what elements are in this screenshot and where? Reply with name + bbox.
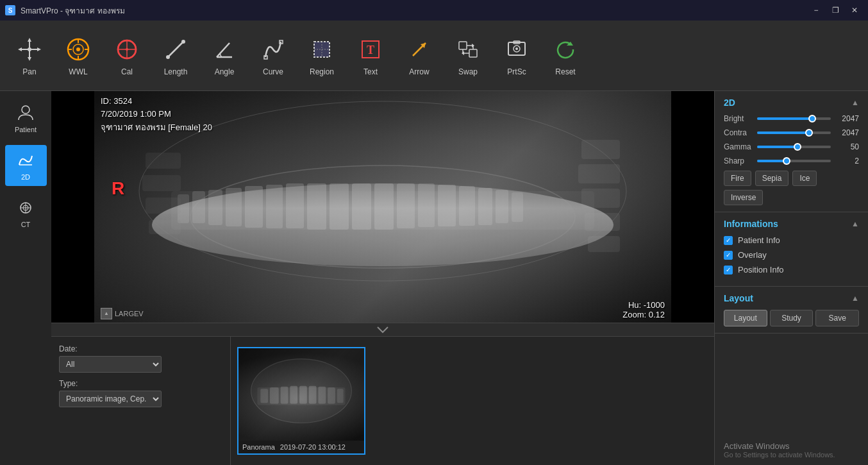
arrow-icon <box>405 35 433 63</box>
position-info-row: ✓ Position Info <box>724 265 859 275</box>
contra-slider[interactable] <box>757 131 831 134</box>
tool-cal-label: Cal <box>121 67 133 76</box>
sepia-button[interactable]: Sepia <box>755 171 789 186</box>
svg-point-6 <box>28 47 31 51</box>
svg-rect-63 <box>418 183 435 227</box>
close-button[interactable]: ✕ <box>846 4 863 17</box>
inverse-button[interactable]: Inverse <box>724 190 763 205</box>
sidebar-item-patient[interactable]: Patient <box>5 97 47 139</box>
tool-angle[interactable]: Angle <box>201 27 247 85</box>
tool-length-label: Length <box>164 67 188 76</box>
svg-rect-61 <box>374 183 394 230</box>
svg-rect-87 <box>318 387 326 404</box>
svg-rect-71 <box>581 189 620 208</box>
hu-info: Hu: -1000 Zoom: 0.12 <box>622 300 665 319</box>
tool-wwl[interactable]: WWL <box>55 27 101 85</box>
svg-rect-84 <box>290 386 297 404</box>
layout-study-button[interactable]: Study <box>770 310 814 326</box>
2d-collapse-btn[interactable]: ▲ <box>851 98 859 107</box>
minimize-button[interactable]: − <box>808 4 824 17</box>
svg-rect-64 <box>438 185 456 226</box>
overlay-row: ✓ Overlay <box>724 250 859 260</box>
svg-rect-82 <box>270 387 279 403</box>
fire-button[interactable]: Fire <box>724 171 751 186</box>
position-info-label: Position Info <box>738 265 784 275</box>
svg-line-23 <box>217 43 230 57</box>
contra-label: Contra <box>724 128 752 137</box>
sidebar-item-ct[interactable]: CT <box>5 192 47 233</box>
tool-curve[interactable]: Curve <box>250 27 296 85</box>
svg-rect-85 <box>299 386 307 404</box>
tool-pan[interactable]: Pan <box>6 27 53 85</box>
overlay-checkmark: ✓ <box>726 252 731 258</box>
type-label: Type: <box>59 379 222 388</box>
position-info-checkmark: ✓ <box>726 267 731 273</box>
contra-value: 2047 <box>836 128 859 137</box>
xray-image: ID: 3524 7/20/2019 1:00 PM จุฑามาศ ทองพร… <box>51 91 714 323</box>
date-label: Date: <box>59 344 222 353</box>
tool-swap-label: Swap <box>458 67 478 76</box>
patient-info-label: Patient Info <box>738 235 780 245</box>
activate-description: Go to Settings to activate Windows. <box>724 451 859 459</box>
layout-collapse-btn[interactable]: ▲ <box>851 294 859 303</box>
tool-length[interactable]: Length <box>153 27 199 85</box>
tool-region[interactable]: Region <box>299 27 345 85</box>
sidebar-item-2d[interactable]: 2D <box>5 145 47 186</box>
tool-prtsc[interactable]: PrtSc <box>494 27 540 85</box>
gamma-slider[interactable] <box>757 146 831 148</box>
region-icon <box>308 35 336 63</box>
divider-bar[interactable] <box>51 323 714 337</box>
right-panel: 2D ▲ Bright 2047 Contra 2047 <box>714 91 868 465</box>
svg-rect-57 <box>286 183 304 228</box>
maximize-button[interactable]: ❐ <box>827 4 844 17</box>
activate-windows: Activate Windows Go to Settings to activ… <box>715 435 868 465</box>
2d-icon <box>15 150 36 171</box>
date-filter-row: Date: All <box>59 344 222 373</box>
sharp-label: Sharp <box>724 156 752 165</box>
position-info-checkbox[interactable]: ✓ <box>724 266 733 275</box>
patient-icon <box>15 103 36 123</box>
angle-icon <box>210 35 238 63</box>
thumbnail-item[interactable]: Panorama 2019-07-20 13:00:12 <box>237 347 365 455</box>
layout-section: Layout ▲ Layout Study Save <box>715 287 868 334</box>
layout-section-header: Layout ▲ <box>724 293 859 303</box>
patient-info-checkbox[interactable]: ✓ <box>724 236 733 245</box>
sharp-slider[interactable] <box>757 160 831 162</box>
ct-icon <box>15 198 36 218</box>
informations-collapse-btn[interactable]: ▲ <box>851 219 859 228</box>
tool-curve-label: Curve <box>263 67 283 76</box>
lateral-marker: R <box>112 178 124 199</box>
thumbnail-date: 2019-07-20 13:00:12 <box>280 443 346 451</box>
svg-rect-89 <box>337 389 344 403</box>
overlay-checkbox[interactable]: ✓ <box>724 251 733 260</box>
pan-icon <box>15 35 44 63</box>
filter-panel: Date: All Type: Panoramic image, Cep... <box>51 337 231 465</box>
type-select[interactable]: Panoramic image, Cep... <box>59 391 162 407</box>
svg-point-21 <box>181 40 185 44</box>
patient-info-checkmark: ✓ <box>726 237 731 244</box>
gamma-label: Gamma <box>724 142 752 151</box>
tool-swap[interactable]: Swap <box>445 27 491 85</box>
left-sidebar: Patient 2D CT <box>0 91 51 465</box>
image-viewer: ID: 3524 7/20/2019 1:00 PM จุฑามาศ ทองพร… <box>51 91 714 323</box>
text-icon: T <box>356 35 385 63</box>
tool-text[interactable]: T Text <box>347 27 394 85</box>
sharp-value: 2 <box>836 156 859 165</box>
bright-slider[interactable] <box>757 117 831 120</box>
svg-rect-53 <box>208 190 222 225</box>
title-bar: S SmartVPro - จุฑามาศ ทองพรม − ❐ ✕ <box>0 0 868 21</box>
tool-reset[interactable]: Reset <box>542 27 588 85</box>
layout-layout-button[interactable]: Layout <box>724 310 767 326</box>
layout-save-button[interactable]: Save <box>815 310 859 326</box>
tool-cal[interactable]: Cal <box>104 27 150 85</box>
svg-rect-58 <box>307 183 326 230</box>
cal-icon <box>113 35 141 63</box>
date-select[interactable]: All <box>59 356 162 373</box>
svg-rect-69 <box>581 140 620 159</box>
ice-button[interactable]: Ice <box>792 171 817 186</box>
bright-label: Bright <box>724 114 752 123</box>
tool-prtsc-label: PrtSc <box>507 67 526 76</box>
tool-arrow[interactable]: Arrow <box>396 27 442 85</box>
watermark-icon: ▲ <box>101 308 112 319</box>
svg-marker-4 <box>18 47 22 51</box>
